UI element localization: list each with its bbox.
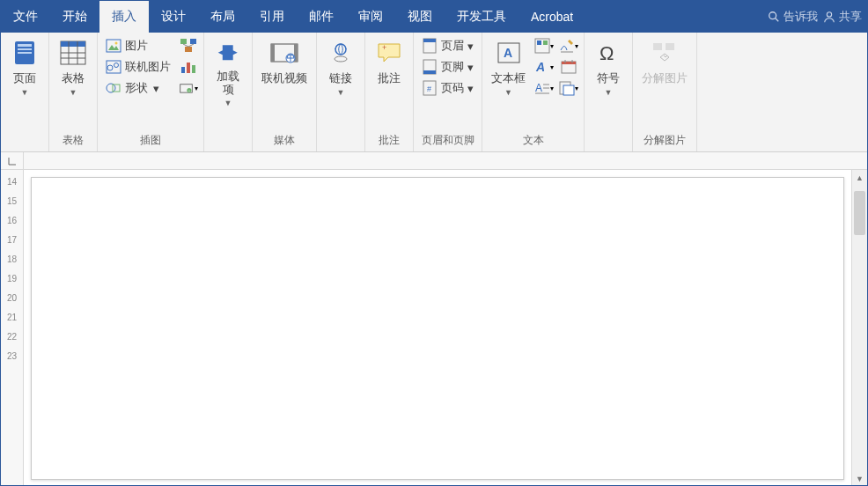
link-icon [326,38,356,68]
page-number-icon: # [422,80,438,96]
group-symbols-label [590,146,627,151]
table-icon [58,38,88,68]
symbol-icon: Ω [593,38,623,68]
svg-rect-22 [190,39,196,44]
scroll-down-button[interactable]: ▼ [852,471,867,486]
horizontal-ruler[interactable]: | 2 || 4 || 6 || 8 || 10 || 12 || 14 || … [1,152,867,170]
svg-text:A: A [535,60,545,74]
online-video-label: 联机视频 [261,70,307,86]
svg-rect-27 [187,63,190,73]
ruler-tick: 21 [7,309,17,325]
tell-me-search[interactable]: 告诉我 [768,9,818,25]
header-icon [422,38,438,54]
tab-insert[interactable]: 插入 [99,1,149,33]
online-picture-button[interactable]: 联机图片 [103,57,173,77]
symbol-button[interactable]: Ω 符号 ▼ [590,36,627,99]
group-comments: + 批注 批注 [365,33,414,151]
footer-button[interactable]: 页脚 ▾ [419,57,476,77]
svg-point-15 [115,42,118,45]
tab-layout[interactable]: 布局 [198,1,247,33]
tab-mailings[interactable]: 邮件 [297,1,346,33]
scroll-thumb[interactable] [854,191,865,235]
dropdown-icon: ▼ [605,89,613,97]
svg-point-37 [335,56,347,62]
svg-rect-28 [192,65,195,73]
dropdown-icon: ▼ [337,89,345,97]
group-media-label: 媒体 [258,131,311,151]
textbox-button[interactable]: A 文本框 ▼ [488,36,529,99]
footer-label: 页脚 [441,59,464,75]
date-time-icon [561,59,577,75]
date-time-button[interactable] [559,57,578,77]
group-decompose: 分解图片 分解图片 [633,33,697,151]
chart-button[interactable] [179,57,198,77]
quick-parts-button[interactable]: ▾ [534,36,554,55]
tab-design[interactable]: 设计 [149,1,198,33]
group-pages: 页面 ▼ [1,33,49,151]
ruler-corner [1,152,24,169]
svg-rect-5 [18,48,32,50]
dropdown-icon: ▾ [467,82,474,95]
tab-review[interactable]: 审阅 [346,1,395,33]
dropdown-icon: ▾ [550,85,554,92]
drop-cap-icon: A [534,80,550,96]
wordart-button[interactable]: A▾ [534,57,554,77]
svg-point-17 [107,65,113,70]
svg-marker-14 [108,45,119,50]
addins-button[interactable]: 加载 项 ▼ [210,36,246,109]
ruler-tick: 16 [7,212,17,228]
group-media: 联机视频 媒体 [253,33,317,151]
dropdown-icon: ▾ [195,85,198,92]
shapes-button[interactable]: 形状 ▾ [103,78,173,98]
tab-stop-icon [8,157,17,166]
tab-acrobat[interactable]: Acrobat [519,1,585,33]
share-button[interactable]: 共享 [823,9,862,25]
picture-icon [106,38,121,54]
ruler-tick: 19 [7,270,17,286]
vertical-scrollbar[interactable]: ▲ ▼ [851,170,867,486]
page-icon [10,38,40,68]
dropdown-icon: ▾ [575,42,578,50]
object-button[interactable]: ▾ [559,78,578,98]
svg-text:A: A [535,82,542,94]
dropdown-icon: ▾ [550,63,554,71]
dropdown-icon: ▾ [467,61,474,74]
workspace: 14151617181920212223 ▲ ▼ [1,170,867,486]
links-button[interactable]: 链接 ▼ [322,36,359,99]
shapes-label: 形状 [125,80,148,96]
drop-cap-button[interactable]: A▾ [534,78,554,98]
textbox-icon: A [494,38,524,68]
header-button[interactable]: 页眉 ▾ [419,36,476,55]
dropdown-icon: ▾ [575,85,578,92]
svg-line-1 [776,18,779,22]
addins-label: 加载 项 [217,70,239,97]
online-video-button[interactable]: 联机视频 [258,36,311,88]
comment-button[interactable]: + 批注 [371,36,408,88]
tab-developer[interactable]: 开发工具 [445,1,519,33]
scroll-up-button[interactable]: ▲ [852,170,867,186]
page-number-button[interactable]: # 页码 ▾ [419,78,476,98]
textbox-label: 文本框 [491,70,526,86]
ruler-tick: 18 [7,251,17,267]
signature-line-button[interactable]: ▾ [559,36,578,55]
smartart-button[interactable] [179,36,198,55]
picture-button[interactable]: 图片 [103,36,173,55]
addins-icon [213,38,243,68]
tab-references[interactable]: 引用 [247,1,297,33]
vertical-ruler[interactable]: 14151617181920212223 [1,170,24,486]
group-tables: 表格 ▼ 表格 [49,33,98,151]
tab-view[interactable]: 视图 [395,1,445,33]
cover-page-button[interactable]: 页面 ▼ [6,36,43,99]
table-button[interactable]: 表格 ▼ [55,36,92,99]
cover-page-label: 页面 [13,70,36,86]
document-page[interactable] [31,177,844,480]
tab-home[interactable]: 开始 [50,1,99,33]
screenshot-button[interactable]: +▾ [179,78,198,98]
ruler-tick: 15 [7,193,17,209]
group-tables-label: 表格 [55,131,92,151]
tab-file[interactable]: 文件 [1,1,50,33]
group-comments-label: 批注 [371,131,408,151]
svg-rect-21 [180,39,187,44]
svg-rect-23 [185,47,192,52]
group-header-footer: 页眉 ▾ 页脚 ▾ # 页码 ▾ 页眉和页脚 [414,33,482,151]
